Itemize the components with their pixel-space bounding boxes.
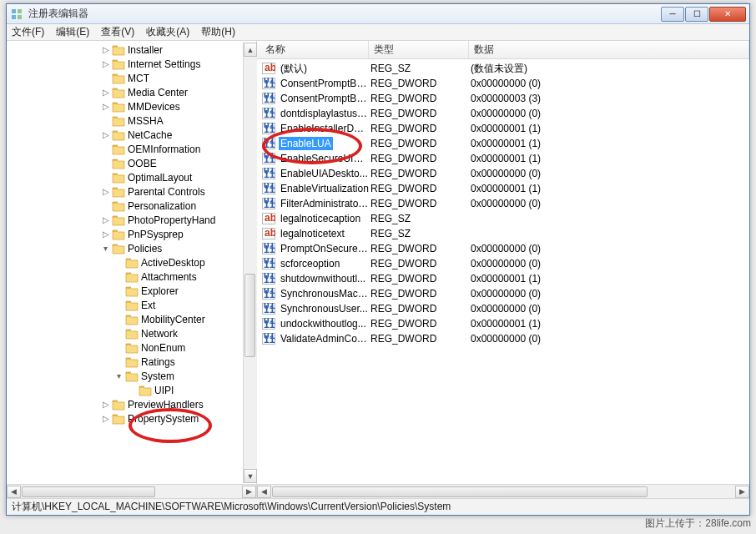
value-row[interactable]: 011110ConsentPromptBe...REG_DWORD0x00000…	[257, 76, 749, 91]
expand-icon[interactable]: ▷	[100, 129, 111, 140]
svg-text:110: 110	[264, 274, 275, 285]
value-row[interactable]: 011110SynchronousMach...REG_DWORD0x00000…	[257, 286, 749, 301]
list-hscroll-thumb[interactable]	[272, 486, 648, 497]
value-row[interactable]: 011110EnableSecureUIAP...REG_DWORD0x0000…	[257, 151, 749, 166]
menu-view[interactable]: 查看(V)	[101, 25, 134, 39]
tree-item-label: Personalization	[128, 200, 196, 212]
minimize-button[interactable]: ─	[661, 7, 684, 22]
tree-item[interactable]: ▷PropertySystem	[7, 411, 256, 426]
value-row[interactable]: 011110FilterAdministrator...REG_DWORD0x0…	[257, 196, 749, 211]
tree-item-label: Ratings	[141, 356, 175, 368]
tree-item-label: PnPSysprep	[128, 229, 184, 240]
col-data[interactable]: 数据	[469, 41, 749, 58]
expand-icon[interactable]: ▷	[100, 229, 111, 239]
tree-vscroll[interactable]: ▲ ▼	[243, 43, 257, 483]
values-list[interactable]: ab(默认)REG_SZ(数值未设置)011110ConsentPromptBe…	[257, 59, 749, 484]
value-row[interactable]: 011110dontdisplaylastuse...REG_DWORD0x00…	[257, 106, 749, 121]
tree-item[interactable]: ▷MMDevices	[7, 99, 256, 113]
expand-icon[interactable]: ▷	[100, 214, 111, 225]
tree-item[interactable]: UIPI	[7, 383, 256, 397]
scroll-up-button[interactable]: ▲	[244, 43, 257, 57]
tree-item[interactable]: MSSHA	[7, 113, 256, 128]
values-panel: 名称 类型 数据 ab(默认)REG_SZ(数值未设置)011110Consen…	[257, 41, 749, 498]
value-type: REG_DWORD	[370, 303, 471, 315]
value-type: REG_SZ	[370, 63, 471, 74]
svg-text:110: 110	[264, 108, 275, 119]
tree-item[interactable]: Network	[7, 326, 256, 340]
expand-icon[interactable]: ▷	[100, 58, 111, 69]
registry-tree[interactable]: ▷Installer▷Internet SettingsMCT▷Media Ce…	[7, 41, 256, 484]
menu-help[interactable]: 帮助(H)	[201, 25, 235, 39]
col-name[interactable]: 名称	[260, 41, 369, 58]
tree-item[interactable]: ▾System	[7, 369, 256, 383]
scroll-right-button[interactable]: ▶	[242, 486, 256, 498]
tree-item[interactable]: ▷Installer	[7, 43, 256, 57]
value-row[interactable]: 011110EnableUIADeskto...REG_DWORD0x00000…	[257, 166, 749, 181]
scroll-right-button[interactable]: ▶	[735, 486, 749, 498]
tree-item[interactable]: Attachments	[7, 270, 256, 284]
value-row[interactable]: 011110EnableInstallerDet...REG_DWORD0x00…	[257, 121, 749, 136]
col-type[interactable]: 类型	[369, 41, 469, 58]
menu-file[interactable]: 文件(F)	[12, 25, 44, 39]
expand-icon[interactable]: ▷	[100, 413, 111, 424]
registry-editor-window: 注册表编辑器 ─ ☐ ✕ 文件(F) 编辑(E) 查看(V) 收藏夹(A) 帮助…	[6, 3, 750, 516]
scroll-left-button[interactable]: ◀	[7, 486, 21, 498]
tree-hscroll-thumb[interactable]	[22, 486, 155, 497]
tree-item[interactable]: OptimalLayout	[7, 170, 256, 184]
value-row[interactable]: 011110ConsentPromptBe...REG_DWORD0x00000…	[257, 91, 749, 106]
tree-item[interactable]: ▷PreviewHandlers	[7, 397, 256, 411]
tree-item[interactable]: MobilityCenter	[7, 312, 256, 326]
expand-icon[interactable]: ▷	[100, 87, 111, 98]
tree-vscroll-thumb[interactable]	[244, 274, 255, 357]
tree-item[interactable]: OOBE	[7, 156, 256, 170]
tree-item[interactable]: ▷Media Center	[7, 85, 256, 99]
tree-item[interactable]: ▷PhotoPropertyHand	[7, 213, 256, 227]
scroll-left-button[interactable]: ◀	[257, 486, 271, 498]
collapse-icon[interactable]: ▾	[113, 370, 124, 381]
tree-item[interactable]: MCT	[7, 71, 256, 85]
value-row[interactable]: 011110PromptOnSecureD...REG_DWORD0x00000…	[257, 241, 749, 256]
value-row[interactable]: ablegalnoticecaptionREG_SZ	[257, 211, 749, 226]
value-data: 0x00000000 (0)	[471, 288, 749, 300]
close-button[interactable]: ✕	[709, 7, 746, 22]
menu-favorites[interactable]: 收藏夹(A)	[146, 25, 189, 39]
expand-icon[interactable]: ▷	[100, 44, 111, 55]
value-row[interactable]: 011110undockwithoutlog...REG_DWORD0x0000…	[257, 316, 749, 331]
tree-item[interactable]: ▾Policies	[7, 241, 256, 255]
no-expand	[100, 144, 111, 154]
value-row[interactable]: 011110EnableVirtualizationREG_DWORD0x000…	[257, 181, 749, 196]
scroll-down-button[interactable]: ▼	[244, 469, 257, 483]
tree-item[interactable]: Ext	[7, 298, 256, 312]
tree-item[interactable]: ▷Internet Settings	[7, 57, 256, 71]
value-row[interactable]: 011110SynchronousUser...REG_DWORD0x00000…	[257, 301, 749, 316]
tree-item[interactable]: OEMInformation	[7, 142, 256, 156]
expand-icon[interactable]: ▷	[100, 399, 111, 410]
titlebar[interactable]: 注册表编辑器 ─ ☐ ✕	[7, 4, 749, 24]
maximize-button[interactable]: ☐	[685, 7, 708, 22]
value-row[interactable]: ablegalnoticetextREG_SZ	[257, 226, 749, 241]
tree-item-label: NonEnum	[141, 342, 185, 354]
value-row[interactable]: ab(默认)REG_SZ(数值未设置)	[257, 61, 749, 76]
tree-item-label: PropertySystem	[128, 413, 199, 425]
list-hscroll[interactable]: ◀ ▶	[257, 484, 749, 498]
tree-item[interactable]: Ratings	[7, 355, 256, 369]
tree-item[interactable]: ▷PnPSysprep	[7, 227, 256, 241]
expand-icon[interactable]: ▷	[100, 101, 111, 112]
tree-item[interactable]: ActiveDesktop	[7, 255, 256, 270]
value-row[interactable]: 011110shutdownwithoutl...REG_DWORD0x0000…	[257, 271, 749, 286]
value-row[interactable]: 011110scforceoptionREG_DWORD0x00000000 (…	[257, 256, 749, 271]
tree-item[interactable]: Personalization	[7, 199, 256, 213]
tree-item[interactable]: ▷NetCache	[7, 128, 256, 142]
tree-item[interactable]: ▷Parental Controls	[7, 184, 256, 199]
svg-text:110: 110	[264, 184, 275, 194]
collapse-icon[interactable]: ▾	[100, 243, 111, 254]
tree-hscroll[interactable]: ◀ ▶	[7, 484, 256, 498]
tree-item-label: OEMInformation	[128, 144, 200, 155]
value-row[interactable]: 011110ValidateAdminCod...REG_DWORD0x0000…	[257, 331, 749, 346]
tree-item[interactable]: NonEnum	[7, 340, 256, 355]
svg-text:110: 110	[264, 244, 275, 254]
expand-icon[interactable]: ▷	[100, 186, 111, 197]
menu-edit[interactable]: 编辑(E)	[56, 25, 89, 39]
value-row[interactable]: 011110EnableLUAREG_DWORD0x00000001 (1)	[257, 136, 749, 151]
tree-item[interactable]: Explorer	[7, 284, 256, 298]
